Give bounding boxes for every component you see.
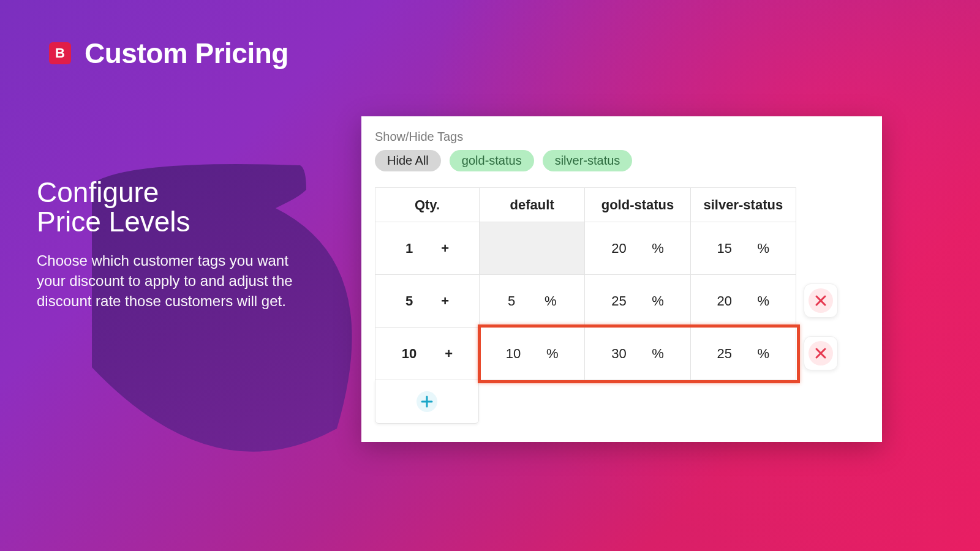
gold-cell[interactable]: 30% xyxy=(585,328,690,380)
close-icon xyxy=(814,294,827,307)
table-header-row: Qty. default gold-status silver-status xyxy=(375,188,796,222)
logo-letter: B xyxy=(55,45,65,61)
table-row: 1+ 20% 15% xyxy=(375,222,796,275)
marketing-copy: Configure Price Levels Choose which cust… xyxy=(37,178,294,311)
col-silver: silver-status xyxy=(690,188,796,222)
col-default: default xyxy=(480,188,585,222)
add-row-button[interactable] xyxy=(375,380,479,424)
silver-cell[interactable]: 15% xyxy=(690,222,796,275)
app-title: Custom Pricing xyxy=(85,37,288,70)
header: B Custom Pricing xyxy=(49,37,288,70)
qty-cell[interactable]: 5+ xyxy=(375,275,480,328)
gold-cell[interactable]: 25% xyxy=(585,275,690,328)
brand-logo-icon: B xyxy=(49,42,71,64)
default-cell[interactable]: 5% xyxy=(480,275,585,328)
silver-cell[interactable]: 25% xyxy=(690,328,796,380)
gold-cell[interactable]: 20% xyxy=(585,222,690,275)
default-cell xyxy=(480,222,585,275)
qty-cell[interactable]: 1+ xyxy=(375,222,480,275)
table-row: 10+ 10% 30% 25% xyxy=(375,328,796,380)
pricing-card: Show/Hide Tags Hide All gold-status silv… xyxy=(361,116,882,442)
close-icon xyxy=(814,347,827,360)
copy-body: Choose which customer tags you want your… xyxy=(37,250,294,311)
col-qty: Qty. xyxy=(375,188,480,222)
delete-row-button[interactable] xyxy=(804,336,838,370)
delete-row-button[interactable] xyxy=(804,283,838,318)
hide-all-button[interactable]: Hide All xyxy=(375,150,441,171)
pricing-table: Qty. default gold-status silver-status 1… xyxy=(375,187,796,424)
plus-icon xyxy=(416,391,438,413)
tag-chip-silver[interactable]: silver-status xyxy=(543,150,633,171)
table-row: 5+ 5% 25% 20% xyxy=(375,275,796,328)
col-gold: gold-status xyxy=(585,188,690,222)
tags-section-label: Show/Hide Tags xyxy=(375,130,869,144)
tag-chip-gold[interactable]: gold-status xyxy=(450,150,534,171)
silver-cell[interactable]: 20% xyxy=(690,275,796,328)
default-cell[interactable]: 10% xyxy=(480,328,585,380)
copy-heading: Configure Price Levels xyxy=(37,178,294,237)
qty-cell[interactable]: 10+ xyxy=(375,328,480,380)
tag-chip-row: Hide All gold-status silver-status xyxy=(375,150,869,171)
